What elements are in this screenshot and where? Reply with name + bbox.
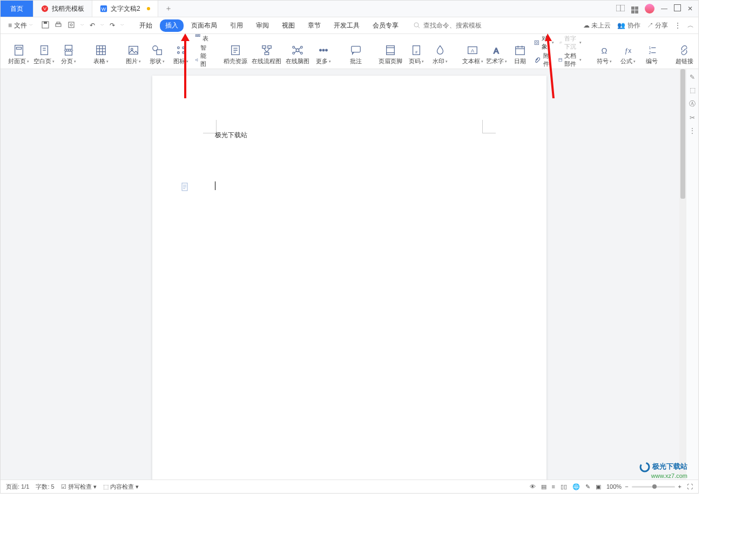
numbering-button[interactable]: 12编号: [640, 37, 664, 65]
shape-button[interactable]: 形状▾: [145, 37, 169, 65]
file-menu[interactable]: ≡ 文件 ﹀: [5, 20, 36, 31]
mindmap-button[interactable]: 在线脑图: [284, 37, 312, 65]
search-icon: [414, 22, 420, 29]
side-pencil-icon[interactable]: ✎: [690, 73, 695, 81]
view-web-icon[interactable]: 🌐: [572, 483, 580, 490]
dropcap-button[interactable]: A首字下沉▾: [558, 35, 582, 51]
tab-sections[interactable]: 章节: [302, 19, 326, 32]
svg-text:#: #: [415, 50, 418, 55]
svg-text:ƒx: ƒx: [625, 47, 632, 55]
close-button[interactable]: ✕: [687, 5, 693, 12]
tab-layout[interactable]: 页面布局: [186, 19, 222, 32]
ribbon-tabs: 开始 插入 页面布局 引用 审阅 视图 章节 开发工具 会员专享: [134, 19, 404, 32]
page-thumb-icon[interactable]: [181, 183, 189, 191]
textbox-button[interactable]: A文本框▾: [461, 37, 484, 65]
svg-rect-69: [516, 47, 525, 55]
more-button[interactable]: 更多▾: [312, 37, 335, 65]
wordart-button[interactable]: A艺术字▾: [484, 37, 508, 65]
side-clip-icon[interactable]: ✂: [690, 114, 695, 122]
svg-text:1: 1: [649, 45, 651, 50]
tab-review[interactable]: 审阅: [251, 19, 274, 32]
status-contentcheck[interactable]: ⬚ 内容检查 ▾: [103, 483, 139, 491]
zoom-control[interactable]: 100% −+: [606, 483, 681, 490]
status-words[interactable]: 字数: 5: [36, 483, 54, 491]
tab-bar: 首页 找稻壳模板 W 文字文稿2 ＋ — ✕: [1, 1, 698, 17]
chart-button[interactable]: 图表: [195, 34, 211, 43]
tab-view[interactable]: 视图: [276, 19, 300, 32]
svg-point-50: [301, 46, 303, 49]
picture-button[interactable]: 图片▾: [122, 37, 145, 65]
user-avatar[interactable]: [645, 4, 654, 14]
maximize-button[interactable]: [674, 4, 681, 13]
side-style-icon[interactable]: Ⓐ: [689, 99, 696, 109]
svg-point-32: [178, 52, 180, 54]
tab-document[interactable]: W 文字文稿2: [92, 1, 158, 17]
zoom-fit-icon[interactable]: ▣: [596, 483, 601, 490]
status-page[interactable]: 页面: 1/1: [6, 483, 29, 491]
attachment-button[interactable]: 附件: [534, 52, 554, 68]
svg-rect-9: [69, 22, 74, 28]
command-search[interactable]: [414, 21, 489, 30]
icon-button[interactable]: 图标▾: [169, 37, 193, 65]
print-icon[interactable]: [55, 21, 62, 30]
share-button[interactable]: ↗ 分享: [647, 21, 668, 30]
hyperlink-button[interactable]: 超链接: [672, 37, 696, 65]
header-footer-button[interactable]: 页眉页脚: [376, 37, 404, 65]
tab-home[interactable]: 首页: [1, 1, 33, 17]
watermark-button[interactable]: 水印▾: [428, 37, 452, 65]
word-doc-icon: W: [100, 5, 107, 12]
table-button[interactable]: 表格▾: [89, 37, 113, 65]
command-search-input[interactable]: [422, 21, 489, 30]
minimize-button[interactable]: —: [661, 5, 667, 12]
document-canvas[interactable]: 极光下载站 ✎ ⬚ Ⓐ ✂ ⋮: [1, 69, 698, 480]
view-page-icon[interactable]: ▯▯: [561, 483, 567, 490]
symbol-button[interactable]: Ω符号▾: [592, 37, 616, 65]
svg-point-0: [42, 5, 48, 12]
status-spellcheck[interactable]: ☑ 拼写检查 ▾: [61, 483, 97, 491]
more-menu-icon[interactable]: ⋮: [674, 22, 681, 29]
equation-button[interactable]: ƒx公式▾: [616, 37, 640, 65]
qat-more-icon[interactable]: ﹀: [80, 23, 84, 28]
tab-start[interactable]: 开始: [134, 19, 158, 32]
page-break-button[interactable]: 分页▾: [57, 37, 80, 65]
comment-button[interactable]: 批注: [344, 37, 368, 65]
collapse-ribbon-icon[interactable]: ︿: [687, 21, 694, 30]
tab-insert[interactable]: 插入: [160, 19, 184, 32]
cloud-button[interactable]: ☁ 未上云: [583, 21, 611, 30]
object-button[interactable]: 对象▾: [534, 35, 554, 51]
view-outline-icon[interactable]: ≡: [552, 483, 555, 490]
page: 极光下载站: [152, 76, 546, 480]
collab-button[interactable]: 👥 协作: [617, 21, 640, 30]
svg-point-37: [195, 59, 197, 60]
cover-page-button[interactable]: 封面页▾: [6, 37, 31, 65]
undo-icon[interactable]: ↶: [90, 22, 95, 29]
layout-toggle-icon[interactable]: [616, 5, 625, 13]
app-grid-icon[interactable]: [631, 4, 638, 14]
docer-resource-button[interactable]: 稻壳资源: [221, 37, 249, 65]
tab-templates[interactable]: 找稻壳模板: [33, 1, 92, 17]
svg-point-74: [536, 42, 538, 44]
side-toolbar: ✎ ⬚ Ⓐ ✂ ⋮: [686, 69, 698, 480]
save-icon[interactable]: [42, 21, 49, 30]
smartart-button[interactable]: 智能图形: [195, 44, 211, 69]
blank-page-button[interactable]: 空白页▾: [31, 37, 57, 65]
tab-member[interactable]: 会员专享: [367, 19, 404, 32]
tab-developer[interactable]: 开发工具: [328, 19, 365, 32]
docparts-button[interactable]: 文档部件▾: [558, 52, 582, 68]
svg-rect-43: [262, 46, 265, 49]
view-pen-icon[interactable]: ✎: [585, 483, 590, 490]
redo-icon[interactable]: ↷: [110, 22, 115, 29]
fullscreen-icon[interactable]: ⛶: [687, 483, 693, 490]
tab-references[interactable]: 引用: [225, 19, 248, 32]
add-tab-button[interactable]: ＋: [158, 4, 179, 14]
date-button[interactable]: 日期: [508, 37, 532, 65]
svg-point-52: [301, 52, 303, 55]
side-select-icon[interactable]: ⬚: [690, 86, 696, 94]
print-preview-icon[interactable]: [68, 21, 75, 30]
flowchart-button[interactable]: 在线流程图: [249, 37, 284, 65]
view-read-icon[interactable]: ▤: [541, 483, 546, 490]
svg-rect-26: [129, 46, 138, 55]
page-number-button[interactable]: #页码▾: [404, 37, 428, 65]
view-eye-icon[interactable]: 👁: [530, 483, 536, 490]
side-more-icon[interactable]: ⋮: [689, 127, 696, 134]
